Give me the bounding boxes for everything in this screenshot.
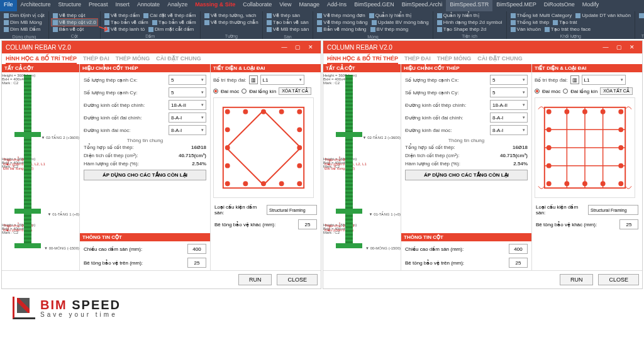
btn-shape-2d-sym[interactable]: Hình dạng thép 2d symbol	[436, 19, 504, 26]
chieu-cao-input[interactable]	[509, 244, 528, 254]
btn-tk-multi[interactable]: Thống kê Multi Category	[509, 12, 574, 19]
radio-dai-long[interactable]	[563, 89, 568, 94]
btn-tk-thep[interactable]: Thống kê thép	[509, 19, 551, 26]
btn-bv-mong-bang[interactable]: Bản vẽ móng băng	[316, 26, 367, 33]
btn-thep-tuong[interactable]: Vẽ thép tường, vách	[203, 12, 260, 19]
column-preview[interactable]: Height = 3600 (mm)BxH = 400x400Mark : C2…	[323, 72, 401, 270]
tab-collaborate[interactable]: Collaborate	[239, 0, 275, 11]
column-preview[interactable]: Height = 3600 (mm)BxH = 400x400Mark : C2…	[2, 72, 79, 270]
bv-khac-input[interactable]	[619, 219, 638, 229]
btn-trat-face[interactable]: Tạo trát theo face	[543, 26, 592, 33]
tab-diroots[interactable]: DiRootsOne	[540, 0, 579, 11]
btn-dim-mc-dam[interactable]: Dim mặt cắt dầm	[147, 26, 195, 33]
tab-str[interactable]: BimSpeed.STR	[446, 0, 492, 11]
maximize-icon[interactable]: ▢	[613, 43, 625, 52]
btn-revit-etab[interactable]: Revit To Etab	[638, 12, 644, 19]
close-button[interactable]: CLOSE	[277, 274, 318, 285]
cy-select[interactable]: 5▾	[490, 87, 528, 97]
btn-mong-bang[interactable]: Vẽ thép móng băng	[316, 19, 369, 26]
close-button[interactable]: CLOSE	[598, 274, 639, 285]
tab-file[interactable]: File	[0, 0, 17, 11]
tab-thep-mong[interactable]: THÉP MÓNG	[116, 55, 150, 64]
run-button[interactable]: RUN	[560, 274, 594, 285]
btn-bv-thep-mong[interactable]: BV thép móng	[369, 26, 410, 33]
clear-button[interactable]: XÓA TẤT CẢ	[600, 87, 633, 95]
apply-button[interactable]: ÁP DỤNG CHO CÁC TẦNG CÒN LẠI	[84, 170, 206, 180]
tab-modify[interactable]: Modify	[579, 0, 603, 11]
btn-ve-thep-cot-v2[interactable]: Vẽ thép cột v2.0	[52, 19, 97, 26]
close-icon[interactable]: ✕	[304, 43, 317, 52]
tab-analyze[interactable]: Analyze	[164, 0, 191, 11]
cy-select[interactable]: 5▾	[169, 87, 206, 97]
tab-architecture[interactable]: Architecture	[17, 0, 55, 11]
tab-cai-dat[interactable]: CÀI ĐẶT CHUNG	[156, 55, 201, 64]
maximize-icon[interactable]: ▢	[291, 43, 304, 52]
btn-ql-hien-thi2[interactable]: Quản lý hiển thị	[436, 12, 504, 19]
section-diagram[interactable]	[535, 97, 635, 198]
radio-dai-moc[interactable]	[535, 89, 540, 94]
section-diagram[interactable]	[213, 97, 314, 198]
dk-chinh-select[interactable]: 18-A-II▾	[490, 100, 528, 110]
dk-dai-select[interactable]: 8-A-I▾	[169, 112, 206, 123]
btn-mb-thep-san[interactable]: Vẽ MB thép sàn	[265, 26, 310, 33]
tab-cai-dat[interactable]: CÀI ĐẶT CHUNG	[477, 55, 523, 64]
btn-tao-bv-dam2[interactable]: Tạo bản vẽ dầm	[151, 19, 197, 26]
tab-annotate[interactable]: Annotate	[133, 0, 164, 11]
tab-insert[interactable]: Insert	[112, 0, 134, 11]
minimize-icon[interactable]: ―	[599, 43, 612, 52]
tab-thep-dai[interactable]: THÉP ĐAI	[83, 55, 109, 64]
btn-update-bv-mong[interactable]: Update BV móng băng	[370, 19, 430, 26]
apply-button[interactable]: ÁP DỤNG CHO CÁC TẦNG CÒN LẠI	[405, 170, 528, 180]
chieu-cao-input[interactable]	[187, 244, 206, 254]
dk-moc-select[interactable]: 8-A-I▾	[169, 125, 206, 135]
tab-archi[interactable]: BimSpeed.Archi	[398, 0, 447, 11]
tab-thep-mong[interactable]: THÉP MÓNG	[437, 55, 471, 64]
btn-thep-chan[interactable]: Vẽ thép thường chắn	[203, 19, 260, 26]
bo-tri-select[interactable]: L1▾	[582, 75, 626, 85]
btn-lanh-to[interactable]: Vẽ thép lanh tô	[103, 26, 146, 33]
tab-hinh-hoc[interactable]: HÌNH HỌC & BỐ TRÍ THÉP	[327, 55, 398, 64]
btn-ban-ve-cot[interactable]: Bản vẽ cột	[52, 26, 97, 33]
btn-update-dt[interactable]: Update DT ván khuôn	[574, 12, 632, 19]
tab-precast[interactable]: Precast	[85, 0, 112, 11]
close-icon[interactable]: ✕	[626, 43, 638, 52]
btn-ql-hien-thi[interactable]: Quản lý hiển thị	[368, 12, 413, 19]
bv-khac-input[interactable]	[298, 219, 317, 229]
cx-select[interactable]: 5▾	[169, 75, 206, 85]
tab-manage[interactable]: Manage	[296, 0, 324, 11]
btn-dim-mb-mong[interactable]: Dim MB Móng	[3, 19, 46, 26]
btn-dim-dinh-vi[interactable]: Dim Định vị cột	[3, 12, 46, 19]
tab-hinh-hoc[interactable]: HÌNH HỌC & BỐ TRÍ THÉP	[6, 55, 77, 64]
tab-gen[interactable]: BimSpeed.GEN	[350, 0, 398, 11]
btn-bv-san[interactable]: Tạo bản vẽ sàn	[265, 19, 310, 26]
cx-select[interactable]: 5▾	[490, 75, 528, 85]
radio-dai-long[interactable]	[242, 89, 247, 94]
run-button[interactable]: RUN	[238, 274, 272, 285]
clear-button[interactable]: XÓA TẤT CẢ	[279, 87, 311, 95]
loai-cau-select[interactable]: Structural Framing	[588, 205, 638, 215]
tab-structure[interactable]: Structure	[55, 0, 86, 11]
dk-moc-select[interactable]: 8-A-I▾	[490, 125, 528, 135]
tab-massing[interactable]: Massing & Site	[191, 0, 239, 11]
dk-chinh-select[interactable]: 18-A-II▾	[169, 100, 206, 110]
btn-mong-don[interactable]: Vẽ thép móng đơn	[316, 12, 366, 19]
btn-tao-shape-2d[interactable]: Tạo Shape thép 2d	[436, 26, 504, 33]
btn-ve-thep-cot[interactable]: Vẽ thép cột	[52, 12, 97, 19]
btn-dim-mb-dam[interactable]: Dim MB Dầm	[3, 26, 46, 33]
bv-tren-input[interactable]	[509, 258, 528, 268]
btn-cai-dat-dam[interactable]: Cài đặt vẽ thép dầm	[142, 12, 197, 19]
dialog-titlebar[interactable]: COLUMN REBAR V2.0 ― ▢ ✕	[2, 41, 321, 53]
tab-thep-dai[interactable]: THÉP ĐAI	[404, 55, 431, 64]
loai-cau-select[interactable]: Structural Framing	[267, 205, 317, 215]
tab-view[interactable]: View	[275, 0, 295, 11]
btn-thep-san[interactable]: Vẽ thép sàn	[265, 12, 310, 19]
tab-mep[interactable]: BimSpeed.MEP	[492, 0, 540, 11]
btn-tao-trat[interactable]: Tạo trát	[552, 19, 578, 26]
radio-dai-moc[interactable]	[213, 89, 218, 94]
bv-tren-input[interactable]	[187, 258, 206, 268]
btn-van-khuon[interactable]: Ván khuôn	[509, 26, 542, 33]
tab-addins[interactable]: Add-Ins	[323, 0, 350, 11]
dk-dai-select[interactable]: 8-A-I▾	[490, 112, 528, 123]
dialog-titlebar[interactable]: COLUMN REBAR V2.0 ― ▢ ✕	[323, 41, 642, 53]
minimize-icon[interactable]: ―	[278, 43, 291, 52]
